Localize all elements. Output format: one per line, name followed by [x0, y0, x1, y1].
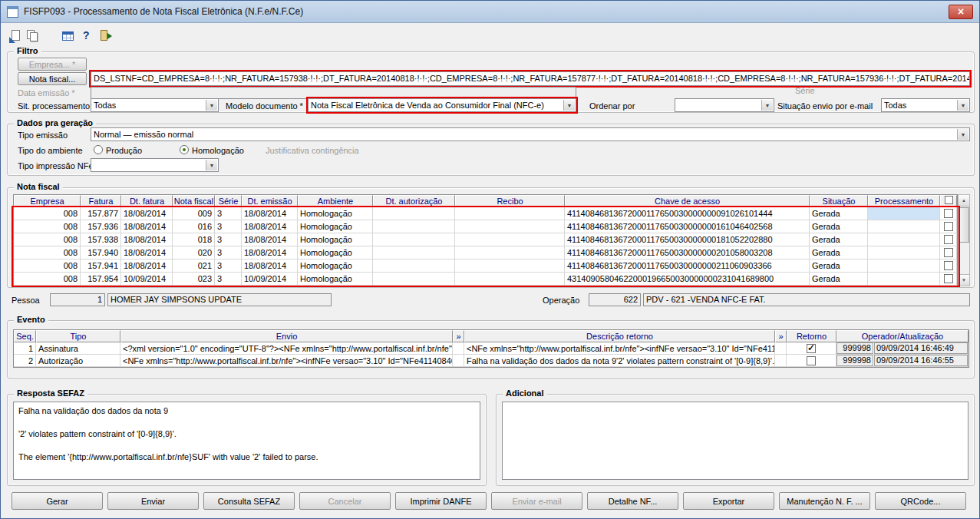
export-icon[interactable] [26, 29, 40, 43]
nf-row-checkbox[interactable] [944, 235, 953, 244]
nf-column-header[interactable]: Ambiente [298, 195, 373, 207]
dropdown-arrow-icon: ▼ [206, 100, 217, 111]
nf-column-header[interactable]: Processamento [868, 195, 940, 207]
gerar-button[interactable]: Gerar [12, 492, 103, 510]
adicional-memo[interactable] [502, 402, 968, 480]
nf-header-checkbox-cell [940, 195, 957, 207]
nf-cell-situacao: Gerada [810, 233, 868, 246]
tipo-emissao-select[interactable]: Normal — emissão normal ▼ [91, 127, 970, 141]
data-emissao-label: Data emissão * [18, 88, 75, 98]
operador-datetime: 09/09/2014 16:46:55 [874, 355, 968, 366]
nf-column-header[interactable]: Dt. fatura [121, 195, 173, 207]
nf-row-checkbox[interactable] [944, 248, 953, 257]
nf-cell-dt-fatura: 18/08/2014 [121, 207, 173, 220]
nf-row-checkbox[interactable] [944, 222, 953, 231]
resposta-sefaz-memo[interactable]: Falha na validação dos dados da nota 9 '… [13, 402, 480, 480]
nf-column-header[interactable]: Chave de acesso [565, 195, 810, 207]
nf-table-row[interactable]: 008157.94118/08/2014021318/08/2014Homolo… [14, 260, 957, 273]
nf-table-body: 008157.87718/08/2014009318/08/2014Homolo… [14, 207, 957, 286]
modelo-documento-select[interactable]: Nota Fiscal Eletrônica de Venda ao Consu… [308, 98, 576, 112]
scroll-up-button[interactable]: ▲ [959, 195, 969, 207]
evento-column-header[interactable]: Retorno [787, 330, 836, 342]
expand-column-button[interactable]: » [453, 330, 464, 342]
situacao-envio-select[interactable]: Todas ▼ [881, 98, 970, 112]
dropdown-arrow-icon: ▼ [761, 100, 773, 111]
nf-column-header[interactable]: Série [215, 195, 242, 207]
ordenar-por-select[interactable]: ▼ [675, 98, 774, 112]
nota-fiscal-group-label: Nota fiscal [14, 182, 63, 191]
imprimir-danfe-button[interactable]: Imprimir DANFE [395, 492, 487, 510]
nf-cell-empresa: 008 [14, 220, 81, 233]
nf-cell-processamento [868, 246, 940, 260]
nf-cell-recibo [455, 207, 565, 220]
evento-column-header[interactable]: Envio [120, 330, 453, 342]
pessoa-codigo-field: 1 [50, 293, 105, 306]
enviar-button[interactable]: Enviar [107, 492, 199, 510]
nota-fiscal-button[interactable]: Nota fiscal... [18, 72, 87, 85]
ev-cell-envio: <NFe xmlns="http://www.portalfiscal.inf.… [120, 355, 453, 367]
consulta-sefaz-button[interactable]: Consulta SEFAZ [203, 492, 295, 510]
tipo-ambiente-label: Tipo do ambiente [18, 146, 83, 155]
homologacao-radio[interactable] [180, 145, 189, 154]
nf-cell-nota-fiscal: 021 [173, 260, 215, 273]
nf-cell-processamento [868, 220, 940, 233]
manutencao-nf-button[interactable]: Manutenção N. F. ... [779, 492, 870, 510]
scroll-thumb[interactable] [959, 207, 969, 243]
evento-column-header[interactable]: Descrição retorno [464, 330, 775, 342]
nf-column-header[interactable]: Nota fiscal [173, 195, 215, 207]
app-window: FISFP093 - Processamento de Nota Fiscal … [0, 0, 980, 519]
nf-cell-ambiente: Homologação [298, 260, 373, 273]
nf-column-header[interactable]: Fatura [81, 195, 121, 207]
retorno-checkbox[interactable] [807, 344, 816, 353]
nf-row-checkbox[interactable] [944, 261, 953, 270]
nf-vertical-scrollbar[interactable]: ▲ ▼ [958, 194, 970, 286]
nf-table-row[interactable]: 008157.87718/08/2014009318/08/2014Homolo… [14, 207, 957, 220]
qrcode-button[interactable]: QRCode... [875, 492, 966, 510]
nf-column-header[interactable]: Dt. autorização [373, 195, 455, 207]
nf-cell-processamento [868, 207, 940, 220]
nf-cell-dt-fatura: 10/09/2014 [121, 273, 173, 286]
modelo-documento-label: Modelo documento * [226, 101, 303, 111]
evento-column-header[interactable]: Seq. [14, 330, 36, 342]
nf-table-row[interactable]: 008157.93818/08/2014018318/08/2014Homolo… [14, 233, 957, 246]
retorno-checkbox[interactable] [807, 356, 816, 365]
nf-column-header[interactable]: Dt. emissão [242, 195, 298, 207]
title-bar[interactable]: FISFP093 - Processamento de Nota Fiscal … [1, 1, 979, 23]
nota-fiscal-filter-field[interactable]: DS_LSTNF=CD_EMPRESA=8·!·!·;NR_FATURA=157… [91, 71, 970, 86]
nf-table-row[interactable]: 008157.95410/09/2014023310/09/2014Homolo… [14, 273, 957, 286]
close-button[interactable]: × [949, 5, 973, 19]
close-icon: × [958, 5, 964, 18]
ev-cell-expand-descricao [775, 355, 787, 367]
operacao-nome-field: PDV - 621 -VENDA NFC-E FAT. [643, 293, 970, 306]
expand-column-button[interactable]: » [775, 330, 787, 342]
detalhe-nf-button[interactable]: Detalhe NF... [587, 492, 678, 510]
evento-table-row[interactable]: 2Autorização<NFe xmlns="http://www.porta… [14, 355, 968, 367]
nf-row-checkbox[interactable] [944, 209, 953, 218]
grid-icon[interactable] [61, 29, 75, 43]
resposta-sefaz-group-label: Resposta SEFAZ [14, 388, 87, 398]
producao-radio[interactable] [94, 145, 103, 154]
nf-cell-chave: 4114084681367200011765003000000016104640… [565, 220, 810, 233]
nf-column-header[interactable]: Empresa [14, 195, 81, 207]
evento-column-header[interactable]: Operador/Atualização [836, 330, 968, 342]
cancelar-button: Cancelar [299, 492, 391, 510]
nf-cell-serie: 3 [215, 233, 242, 246]
evento-column-header[interactable]: Tipo [36, 330, 120, 342]
nf-table-row[interactable]: 008157.93618/08/2014016318/08/2014Homolo… [14, 220, 957, 233]
nf-cell-empresa: 008 [14, 246, 81, 260]
scroll-down-button[interactable]: ▼ [959, 274, 969, 286]
exit-icon[interactable] [98, 29, 112, 43]
help-icon[interactable]: ? [80, 29, 94, 43]
select-all-checkbox[interactable] [945, 196, 953, 204]
nf-table-row[interactable]: 008157.94018/08/2014020318/08/2014Homolo… [14, 246, 957, 260]
print-icon[interactable] [9, 29, 23, 43]
nf-row-checkbox[interactable] [944, 274, 953, 283]
dropdown-arrow-icon: ▼ [563, 100, 575, 111]
sit-processamento-select[interactable]: Todas ▼ [91, 98, 219, 112]
exportar-button[interactable]: Exportar [683, 492, 774, 510]
nf-cell-nota-fiscal: 016 [173, 220, 215, 233]
evento-table-row[interactable]: 1Assinatura<?xml version="1.0" encoding=… [14, 342, 968, 355]
tipo-impressao-select[interactable]: ▼ [91, 158, 219, 172]
nf-column-header[interactable]: Situação [810, 195, 868, 207]
nf-column-header[interactable]: Recibo [455, 195, 565, 207]
